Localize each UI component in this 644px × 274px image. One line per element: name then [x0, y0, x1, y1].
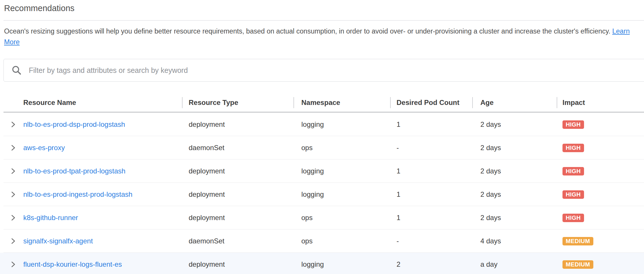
chevron-right-icon[interactable]	[10, 121, 16, 128]
pod-count-cell: 1	[390, 113, 472, 136]
page-description: Ocean's resizing suggestions will help y…	[4, 26, 641, 48]
page-title: Recommendations	[4, 3, 644, 13]
resource-type-cell: daemonSet	[182, 136, 293, 159]
age-cell: 2 days	[472, 206, 557, 229]
col-header-desired-pod-count[interactable]: Desired Pod Count	[390, 94, 472, 112]
col-header-resource-type[interactable]: Resource Type	[182, 94, 293, 112]
col-header-expander	[0, 94, 16, 112]
expander-cell	[0, 206, 16, 229]
table-header-row: Resource Name Resource Type Namespace De…	[0, 94, 644, 112]
recommendations-page: Recommendations Ocean's resizing suggest…	[0, 0, 644, 274]
namespace-cell: logging	[293, 253, 390, 274]
impact-badge: HIGH	[562, 120, 584, 129]
table-row: aws-es-proxy daemonSet ops - 2 days HIGH	[0, 136, 644, 159]
resource-type-cell: daemonSet	[182, 229, 293, 253]
expander-cell	[0, 253, 16, 274]
resource-name-link[interactable]: k8s-github-runner	[23, 214, 78, 222]
resource-type-cell: deployment	[182, 113, 293, 136]
namespace-cell: ops	[293, 229, 390, 253]
expander-cell	[0, 136, 16, 159]
resource-name-link[interactable]: signalfx-signalfx-agent	[23, 237, 93, 245]
resource-name-link[interactable]: nlb-to-es-prod-dsp-prod-logstash	[23, 120, 125, 129]
resource-type-cell: deployment	[182, 206, 293, 229]
expander-cell	[0, 159, 16, 183]
expander-cell	[0, 113, 16, 136]
col-header-impact[interactable]: Impact	[557, 94, 644, 112]
resource-type-cell: deployment	[182, 183, 293, 206]
col-header-age[interactable]: Age	[472, 94, 557, 112]
age-cell: 2 days	[472, 159, 557, 183]
pod-count-cell: -	[390, 136, 472, 159]
impact-badge: HIGH	[562, 214, 584, 222]
impact-badge: HIGH	[562, 167, 584, 175]
age-cell: 2 days	[472, 113, 557, 136]
search-icon	[11, 65, 22, 75]
age-cell: a day	[472, 253, 557, 274]
description-text: Ocean's resizing suggestions will help y…	[4, 27, 610, 35]
resource-name-link[interactable]: aws-es-proxy	[23, 144, 65, 152]
pod-count-cell: -	[390, 229, 472, 253]
namespace-cell: logging	[293, 159, 390, 183]
resource-type-cell: deployment	[182, 253, 293, 274]
table-row: nlb-to-es-prod-dsp-prod-logstash deploym…	[0, 113, 644, 136]
age-cell: 2 days	[472, 183, 557, 206]
chevron-right-icon[interactable]	[10, 214, 16, 222]
impact-badge: HIGH	[562, 144, 584, 152]
col-header-resource-name[interactable]: Resource Name	[16, 94, 182, 112]
resource-name-link[interactable]: fluent-dsp-kourier-logs-fluent-es	[23, 260, 122, 268]
table-row: nlb-to-es-prod-tpat-prod-logstash deploy…	[0, 159, 644, 183]
expander-cell	[0, 229, 16, 253]
table-row: nlb-to-es-prod-ingest-prod-logstash depl…	[0, 183, 644, 206]
pod-count-cell: 2	[390, 253, 472, 274]
namespace-cell: logging	[293, 183, 390, 206]
chevron-right-icon[interactable]	[10, 237, 16, 245]
impact-badge: MEDIUM	[562, 260, 593, 269]
table-row: k8s-github-runner deployment ops 1 2 day…	[0, 206, 644, 229]
chevron-right-icon[interactable]	[10, 144, 16, 152]
impact-badge: MEDIUM	[562, 237, 593, 245]
table-body: nlb-to-es-prod-dsp-prod-logstash deploym…	[0, 113, 644, 274]
search-placeholder: Filter by tags and attributes or search …	[29, 66, 188, 75]
table-row: fluent-dsp-kourier-logs-fluent-es deploy…	[0, 253, 644, 274]
chevron-right-icon[interactable]	[10, 261, 16, 268]
table-row: signalfx-signalfx-agent daemonSet ops - …	[0, 229, 644, 253]
chevron-right-icon[interactable]	[10, 167, 16, 175]
recommendations-table: Resource Name Resource Type Namespace De…	[0, 94, 644, 274]
chevron-right-icon[interactable]	[10, 191, 16, 198]
pod-count-cell: 1	[390, 206, 472, 229]
pod-count-cell: 1	[390, 159, 472, 183]
age-cell: 4 days	[472, 229, 557, 253]
col-header-namespace[interactable]: Namespace	[293, 94, 390, 112]
expander-cell	[0, 183, 16, 206]
title-divider	[3, 20, 644, 21]
namespace-cell: logging	[293, 113, 390, 136]
namespace-cell: ops	[293, 136, 390, 159]
age-cell: 2 days	[472, 136, 557, 159]
resource-name-link[interactable]: nlb-to-es-prod-ingest-prod-logstash	[23, 190, 132, 199]
impact-badge: HIGH	[562, 190, 584, 199]
filter-search-input[interactable]: Filter by tags and attributes or search …	[3, 59, 644, 82]
resource-type-cell: deployment	[182, 159, 293, 183]
pod-count-cell: 1	[390, 183, 472, 206]
resource-name-link[interactable]: nlb-to-es-prod-tpat-prod-logstash	[23, 167, 125, 175]
namespace-cell: ops	[293, 206, 390, 229]
